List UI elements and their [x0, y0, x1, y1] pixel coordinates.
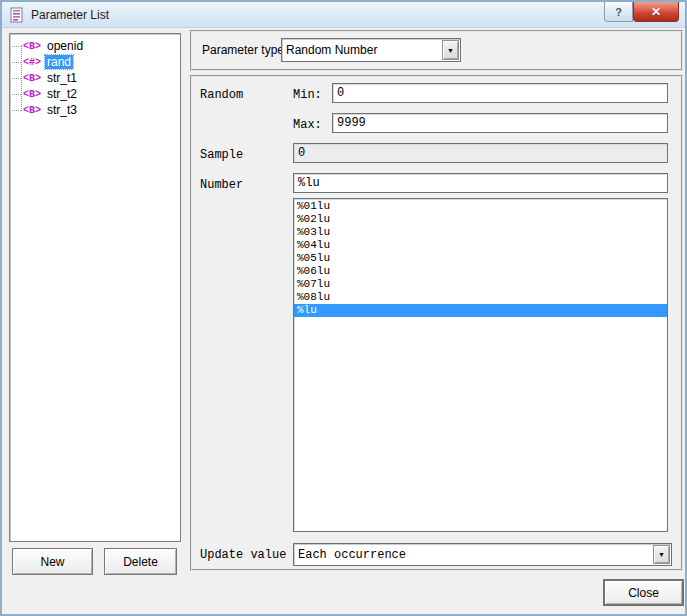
parameter-list-dialog: Parameter List ? ✕ <B>openid<#>rand<B>st…	[0, 0, 687, 616]
tree-item-label: str_t3	[45, 103, 79, 117]
sample-label: Sample	[200, 148, 243, 162]
parameter-tree: <B>openid<#>rand<B>str_t1<B>str_t2<B>str…	[9, 33, 181, 542]
number-param-icon: <#>	[23, 57, 41, 68]
new-button-label: New	[40, 555, 64, 569]
window-close-button[interactable]: ✕	[633, 2, 679, 22]
tree-connector	[12, 70, 21, 79]
max-value: 9999	[337, 116, 366, 130]
window-title: Parameter List	[31, 8, 109, 22]
max-input[interactable]: 9999	[332, 113, 668, 133]
number-format-option[interactable]: %02lu	[294, 213, 667, 226]
titlebar[interactable]: Parameter List ? ✕	[2, 2, 685, 28]
tree-item-rand[interactable]: <#>rand	[12, 54, 178, 70]
parameter-type-select[interactable]: Random Number ▼	[281, 38, 461, 62]
number-label: Number	[200, 178, 243, 192]
tree-connector	[12, 54, 21, 63]
min-value: 0	[337, 86, 344, 100]
delete-button-label: Delete	[123, 555, 158, 569]
number-format-option[interactable]: %07lu	[294, 278, 667, 291]
sample-value: 0	[298, 146, 305, 160]
number-format-option[interactable]: %01lu	[294, 200, 667, 213]
max-label: Max:	[293, 118, 322, 132]
help-button[interactable]: ?	[604, 2, 633, 22]
number-format-option[interactable]: %lu	[294, 304, 667, 317]
min-label: Min:	[293, 88, 322, 102]
delete-button[interactable]: Delete	[104, 548, 177, 575]
sample-field: 0	[293, 143, 668, 163]
parameter-list-icon	[9, 7, 25, 23]
tree-connector	[12, 86, 21, 95]
parameter-type-panel: Parameter type: Random Number ▼	[190, 30, 683, 71]
chevron-down-icon: ▼	[658, 551, 665, 558]
new-button[interactable]: New	[12, 548, 93, 575]
parameter-type-value: Random Number	[282, 43, 441, 57]
tree-item-str_t1[interactable]: <B>str_t1	[12, 70, 178, 86]
number-format-option[interactable]: %05lu	[294, 252, 667, 265]
string-param-icon: <B>	[23, 41, 41, 52]
number-format-option[interactable]: %08lu	[294, 291, 667, 304]
tree-connector	[12, 102, 21, 111]
tree-connector	[12, 38, 21, 47]
number-format-input[interactable]: %lu	[293, 173, 668, 193]
update-value-current: Each occurrence	[294, 548, 652, 562]
string-param-icon: <B>	[23, 73, 41, 84]
string-param-icon: <B>	[23, 105, 41, 116]
update-value-select[interactable]: Each occurrence ▼	[293, 543, 672, 566]
help-icon: ?	[615, 6, 622, 18]
tree-item-str_t3[interactable]: <B>str_t3	[12, 102, 178, 118]
number-format-option[interactable]: %03lu	[294, 226, 667, 239]
number-format-option[interactable]: %06lu	[294, 265, 667, 278]
number-format-option[interactable]: %04lu	[294, 239, 667, 252]
tree-item-str_t2[interactable]: <B>str_t2	[12, 86, 178, 102]
tree-item-openid[interactable]: <B>openid	[12, 38, 178, 54]
close-button[interactable]: Close	[604, 580, 683, 605]
dropdown-button[interactable]: ▼	[653, 545, 670, 564]
update-value-label: Update value	[200, 548, 286, 562]
random-section-label: Random	[200, 88, 243, 102]
string-param-icon: <B>	[23, 89, 41, 100]
close-icon: ✕	[651, 5, 661, 19]
number-format-list: %01lu%02lu%03lu%04lu%05lu%06lu%07lu%08lu…	[293, 198, 668, 532]
number-format-value: %lu	[298, 176, 320, 190]
tree-item-label: str_t1	[45, 71, 79, 85]
parameter-type-label: Parameter type:	[202, 43, 287, 57]
dropdown-button[interactable]: ▼	[442, 40, 459, 60]
tree-item-label: openid	[45, 39, 85, 53]
tree-item-label: rand	[45, 55, 73, 69]
parameter-properties-panel: Random Min: 0 Max: 9999 Sample 0 Number …	[190, 75, 683, 571]
chevron-down-icon: ▼	[447, 47, 454, 54]
close-button-label: Close	[628, 586, 659, 600]
min-input[interactable]: 0	[332, 83, 668, 103]
tree-item-label: str_t2	[45, 87, 79, 101]
